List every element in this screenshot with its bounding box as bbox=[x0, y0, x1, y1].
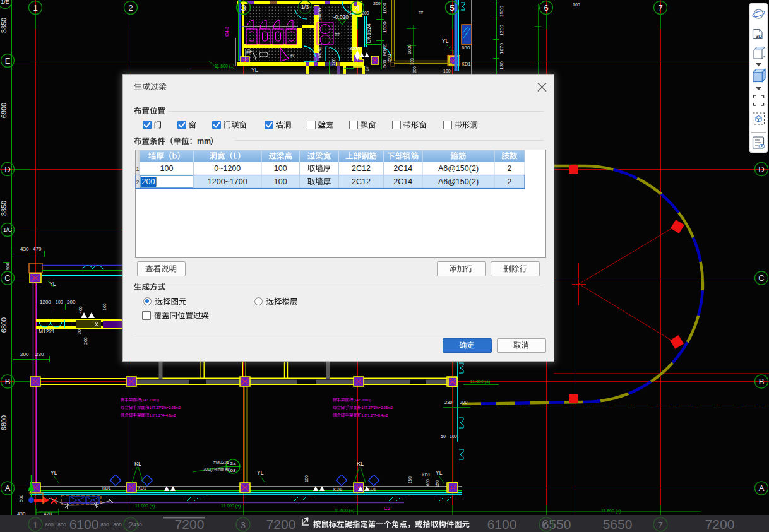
svg-text:D: D bbox=[4, 165, 10, 174]
svg-text:400: 400 bbox=[78, 306, 83, 314]
svg-text:##: ## bbox=[246, 50, 251, 54]
svg-text:6900: 6900 bbox=[0, 103, 8, 118]
svg-text:430: 430 bbox=[20, 246, 29, 252]
svg-text:1500: 1500 bbox=[382, 21, 388, 33]
svg-text:A: A bbox=[759, 483, 765, 493]
svg-text:YL: YL bbox=[251, 67, 258, 73]
svg-text:6100: 6100 bbox=[69, 517, 99, 531]
svg-text:4: 4 bbox=[355, 3, 359, 13]
svg-text:7: 7 bbox=[658, 519, 663, 530]
svg-text:150: 150 bbox=[408, 476, 412, 483]
svg-text:11.600 (±): 11.600 (±) bbox=[221, 504, 241, 509]
svg-text:68: 68 bbox=[230, 468, 236, 473]
svg-text:7200: 7200 bbox=[175, 517, 205, 531]
svg-text:800: 800 bbox=[113, 522, 122, 528]
svg-text:KD1: KD1 bbox=[102, 486, 111, 490]
svg-text:230: 230 bbox=[444, 399, 453, 405]
svg-text:BF: BF bbox=[364, 65, 370, 71]
svg-text:1000: 1000 bbox=[382, 3, 388, 14]
svg-text:500: 500 bbox=[382, 59, 388, 68]
svg-text:C: C bbox=[758, 273, 764, 283]
svg-text:1200: 1200 bbox=[499, 25, 504, 36]
svg-text:100: 100 bbox=[56, 300, 63, 304]
svg-text:B: B bbox=[5, 377, 11, 386]
svg-text:#): #) bbox=[290, 54, 294, 57]
svg-text:200: 200 bbox=[67, 299, 76, 305]
svg-text:6: 6 bbox=[544, 3, 548, 13]
svg-text:500: 500 bbox=[6, 263, 10, 270]
svg-text:KD1: KD1 bbox=[333, 487, 342, 492]
svg-text:KL: KL bbox=[357, 461, 364, 467]
svg-text:1500: 1500 bbox=[387, 54, 391, 63]
svg-text:230: 230 bbox=[35, 352, 44, 357]
svg-text:200: 200 bbox=[373, 1, 381, 6]
svg-text:B: B bbox=[759, 377, 765, 386]
svg-text:200: 200 bbox=[20, 352, 29, 357]
svg-text:YL: YL bbox=[257, 470, 264, 476]
svg-text:3850: 3850 bbox=[0, 18, 8, 33]
svg-text:E: E bbox=[5, 56, 11, 66]
svg-text:3: 3 bbox=[241, 3, 246, 13]
svg-text:7200: 7200 bbox=[266, 517, 296, 531]
svg-text:1070: 1070 bbox=[499, 43, 504, 54]
svg-text:##: ## bbox=[335, 32, 340, 37]
svg-text:3a: 3a bbox=[230, 461, 236, 466]
svg-text:50: 50 bbox=[441, 434, 446, 439]
svg-text:800: 800 bbox=[100, 522, 109, 528]
svg-text:100: 100 bbox=[450, 434, 457, 439]
svg-text:DK1524: DK1524 bbox=[366, 23, 372, 43]
svg-text:200: 200 bbox=[412, 66, 417, 73]
svg-text:#M02J6: #M02J6 bbox=[213, 460, 229, 464]
svg-text:5: 5 bbox=[450, 3, 454, 13]
svg-text:1260W: 1260W bbox=[317, 7, 323, 23]
svg-text:100: 100 bbox=[410, 58, 414, 65]
svg-text:11.600 (±): 11.600 (±) bbox=[470, 379, 490, 384]
svg-text:KD1: KD1 bbox=[462, 61, 471, 67]
svg-text:2: 2 bbox=[128, 519, 133, 530]
svg-text:11.600 (±): 11.600 (±) bbox=[135, 504, 155, 509]
svg-text:11.600 (±): 11.600 (±) bbox=[601, 509, 621, 514]
svg-text:660: 660 bbox=[426, 479, 430, 486]
svg-text:YL: YL bbox=[51, 470, 57, 476]
svg-text:6800: 6800 bbox=[0, 317, 8, 333]
svg-text:800: 800 bbox=[57, 522, 66, 528]
svg-text:11.600 (±): 11.600 (±) bbox=[215, 64, 234, 69]
svg-text:7: 7 bbox=[658, 3, 662, 13]
svg-text:YL: YL bbox=[49, 281, 56, 287]
svg-text:1/3: 1/3 bbox=[301, 4, 309, 10]
svg-text:KL: KL bbox=[134, 461, 141, 467]
svg-text:3850: 3850 bbox=[0, 201, 8, 216]
svg-text:YL: YL bbox=[436, 470, 443, 476]
svg-text:6800: 6800 bbox=[0, 415, 8, 430]
svg-text:130: 130 bbox=[499, 61, 504, 70]
svg-text:1/E: 1/E bbox=[1, 0, 9, 5]
svg-text:##: ## bbox=[419, 10, 424, 15]
svg-text:100: 100 bbox=[443, 69, 451, 73]
svg-text:2: 2 bbox=[128, 3, 133, 13]
svg-text:D: D bbox=[758, 165, 764, 174]
svg-text:KD1: KD1 bbox=[422, 473, 431, 477]
svg-text:200: 200 bbox=[331, 58, 336, 66]
svg-text:5650: 5650 bbox=[603, 517, 633, 531]
svg-text:C2: C2 bbox=[384, 505, 391, 511]
svg-text:1: 1 bbox=[33, 3, 37, 13]
svg-text:11.600 (±): 11.600 (±) bbox=[335, 508, 354, 513]
svg-text:1/C: 1/C bbox=[3, 227, 13, 233]
svg-text:200: 200 bbox=[460, 399, 468, 405]
svg-text:3: 3 bbox=[241, 519, 246, 530]
svg-text:KD1: KD1 bbox=[138, 486, 146, 490]
svg-text:150: 150 bbox=[435, 480, 439, 487]
svg-text:6100: 6100 bbox=[487, 517, 517, 531]
svg-text:6: 6 bbox=[544, 519, 549, 530]
svg-text:C4-2: C4-2 bbox=[224, 27, 230, 37]
svg-text:300: 300 bbox=[352, 46, 361, 52]
svg-text:500: 500 bbox=[18, 494, 24, 502]
svg-text:M0921: M0921 bbox=[317, 44, 323, 58]
svg-text:YL: YL bbox=[442, 38, 449, 44]
svg-text:650: 650 bbox=[462, 45, 470, 50]
svg-text:A: A bbox=[5, 483, 11, 493]
svg-text:800: 800 bbox=[45, 522, 54, 528]
svg-text:200: 200 bbox=[83, 337, 88, 345]
svg-text:7200: 7200 bbox=[705, 517, 735, 531]
svg-text:430: 430 bbox=[133, 522, 142, 528]
